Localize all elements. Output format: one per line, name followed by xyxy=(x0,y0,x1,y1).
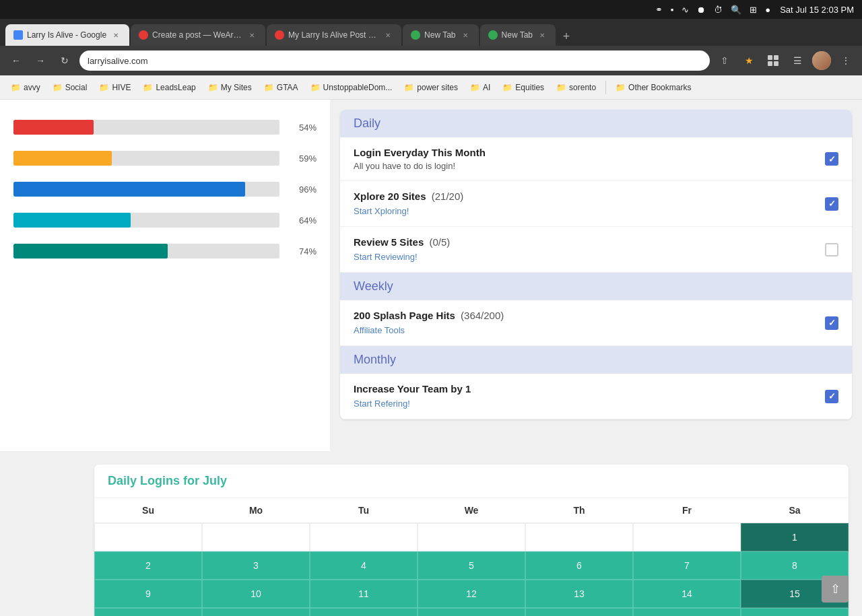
calendar-cell-12: 12 xyxy=(418,580,525,608)
battery-icon: ▪ xyxy=(671,5,674,15)
calendar-cell-16: 16 xyxy=(94,608,202,616)
bookmark-star-icon[interactable]: ★ xyxy=(739,51,758,70)
bookmark-gtaa[interactable]: 📁 GTAA xyxy=(259,80,304,95)
calendar-cell-22: 22 xyxy=(741,608,849,616)
calendar-cell-3: 3 xyxy=(202,551,310,580)
calendar-cell-empty xyxy=(525,523,633,551)
calendar-cell-7: 7 xyxy=(633,551,741,580)
task-link-team[interactable]: Start Refering! xyxy=(354,399,410,409)
task-checkbox-xplore[interactable] xyxy=(825,197,838,211)
task-title-splash: 200 Splash Page Hits (364/200) xyxy=(354,310,817,321)
folder-icon: 📁 xyxy=(11,83,21,92)
tab-close-mypost[interactable]: ✕ xyxy=(383,30,393,40)
calendar-cell-1: 1 xyxy=(741,523,849,551)
bookmark-label: GTAA xyxy=(277,83,298,92)
browser-toolbar: ← → ↻ larryisalive.com ⇧ ★ ☰ ⋮ xyxy=(0,46,862,75)
sidebar-icon[interactable]: ☰ xyxy=(788,51,807,70)
calendar-cell-4: 4 xyxy=(310,551,418,580)
back-button[interactable]: ← xyxy=(7,51,26,70)
calendar-cell-11: 11 xyxy=(310,580,418,608)
chart-bar-green xyxy=(13,244,168,259)
chart-bar-container-2 xyxy=(13,151,279,166)
task-link-xplore[interactable]: Start Xploring! xyxy=(354,206,409,216)
os-bar: ⚭ ▪ ∿ ⏺ ⏱ 🔍 ⊞ ● Sat Jul 15 2:03 PM xyxy=(0,0,862,19)
bookmark-powersites[interactable]: 📁 power sites xyxy=(399,80,463,95)
tab-newtab1[interactable]: New Tab ✕ xyxy=(403,24,478,46)
task-title-team: Increase Your Team by 1 xyxy=(354,383,817,395)
bookmarks-separator xyxy=(605,81,606,94)
chart-label-1: 54% xyxy=(286,123,317,133)
task-login-everyday: Login Everyday This Month All you have t… xyxy=(340,137,852,181)
calendar-cell-20: 20 xyxy=(525,608,633,616)
tab-label-newtab2: New Tab xyxy=(502,30,533,40)
task-checkbox-team[interactable] xyxy=(825,390,838,403)
share-icon[interactable]: ⇧ xyxy=(715,51,734,70)
url-text: larryisalive.com xyxy=(88,56,148,66)
bookmark-unstoppable[interactable]: 📁 UnstoppableDom... xyxy=(305,80,398,95)
bookmark-mysites[interactable]: 📁 My Sites xyxy=(203,80,257,95)
folder-icon: 📁 xyxy=(404,83,414,92)
bluetooth-icon: ⚭ xyxy=(655,5,663,15)
profile-avatar[interactable] xyxy=(812,51,831,70)
scroll-up-button[interactable]: ⇧ xyxy=(822,576,849,603)
task-title-xplore: Xplore 20 Sites (21/20) xyxy=(354,191,817,202)
tab-my-post[interactable]: My Larry Is Alive Post J... ✕ xyxy=(267,24,401,46)
tab-close-newtab1[interactable]: ✕ xyxy=(460,30,471,40)
address-bar[interactable]: larryisalive.com xyxy=(79,50,710,71)
bottom-section: Daily Logins for July Su Mo Tu We Th Fr … xyxy=(0,451,862,616)
content-wrapper: 54% 59% 96% xyxy=(0,100,862,616)
tab-larry-alive[interactable]: Larry Is Alive - Google ✕ xyxy=(5,24,129,46)
chart-panel: 54% 59% 96% xyxy=(0,100,330,451)
bookmark-hive[interactable]: 📁 HIVE xyxy=(94,80,136,95)
calendar-row-4: 16 17 18 19 20 21 22 xyxy=(94,608,849,616)
apple-icon: ● xyxy=(765,5,770,15)
chart-bar-blue xyxy=(13,182,245,197)
calendar-header: Daily Logins for July xyxy=(94,465,849,498)
tab-newtab2[interactable]: New Tab ✕ xyxy=(480,24,556,46)
calendar-cell-18: 18 xyxy=(310,608,418,616)
bookmark-equities[interactable]: 📁 Equities xyxy=(497,80,550,95)
chart-bar-container-5 xyxy=(13,244,279,259)
chart-bar-container-4 xyxy=(13,213,279,228)
tab-label-larry: Larry Is Alive - Google xyxy=(27,30,106,40)
extensions-icon[interactable] xyxy=(764,51,783,70)
bookmark-leadsleap[interactable]: 📁 LeadsLeap xyxy=(137,80,201,95)
new-tab-button[interactable]: + xyxy=(557,27,576,46)
search-icon[interactable]: 🔍 xyxy=(731,5,741,15)
bookmark-other[interactable]: 📁 Other Bookmarks xyxy=(610,80,696,95)
forward-button[interactable]: → xyxy=(31,51,50,70)
bookmark-label: sorento xyxy=(569,83,596,92)
os-status-icons: ⚭ ▪ ∿ ⏺ ⏱ 🔍 ⊞ ● xyxy=(655,5,770,15)
calendar-days-header: Su Mo Tu We Th Fr Sa xyxy=(94,498,849,523)
task-checkbox-review[interactable] xyxy=(825,243,838,256)
task-checkbox-login[interactable] xyxy=(825,152,838,166)
chart-bar-red xyxy=(13,120,94,135)
day-th: Th xyxy=(525,498,633,522)
tab-close-create[interactable]: ✕ xyxy=(246,30,257,40)
svg-rect-2 xyxy=(768,61,772,66)
day-su: Su xyxy=(94,498,202,522)
folder-icon: 📁 xyxy=(502,83,512,92)
tab-close-larry[interactable]: ✕ xyxy=(110,30,121,40)
task-link-splash[interactable]: Affiliate Tools xyxy=(354,325,405,335)
calendar-cell-empty xyxy=(202,523,310,551)
tab-create-post[interactable]: Create a post — WeAre... ✕ xyxy=(131,24,265,46)
bookmark-social[interactable]: 📁 Social xyxy=(47,80,93,95)
calendar-cell-14: 14 xyxy=(633,580,741,608)
task-link-review[interactable]: Start Reviewing! xyxy=(354,252,418,262)
reload-button[interactable]: ↻ xyxy=(55,51,74,70)
tab-bar: Larry Is Alive - Google ✕ Create a post … xyxy=(0,19,862,46)
bookmark-avvy[interactable]: 📁 avvy xyxy=(5,80,46,95)
calendar-cell-21: 21 xyxy=(633,608,741,616)
bookmark-sorento[interactable]: 📁 sorento xyxy=(551,80,601,95)
calendar-grid: Su Mo Tu We Th Fr Sa 1 xyxy=(94,498,849,616)
menu-icon[interactable]: ⋮ xyxy=(836,51,855,70)
task-content-splash: 200 Splash Page Hits (364/200) Affiliate… xyxy=(354,310,817,336)
chart-row-3: 96% xyxy=(13,182,317,197)
tab-close-newtab2[interactable]: ✕ xyxy=(537,30,548,40)
bookmark-label: LeadsLeap xyxy=(156,83,195,92)
task-team: Increase Your Team by 1 Start Refering! xyxy=(340,374,852,419)
tab-label-mypost: My Larry Is Alive Post J... xyxy=(288,30,378,40)
bookmark-ai[interactable]: 📁 AI xyxy=(465,80,496,95)
task-checkbox-splash[interactable] xyxy=(825,316,838,330)
